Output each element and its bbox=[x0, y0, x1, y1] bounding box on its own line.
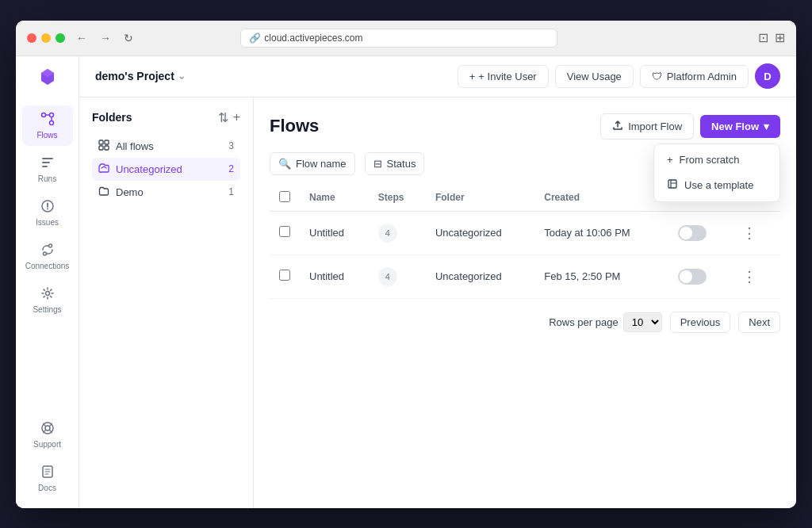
all-flows-icon bbox=[98, 140, 109, 153]
forward-button[interactable]: → bbox=[97, 30, 114, 46]
connections-label: Connections bbox=[25, 262, 70, 270]
row-1-more-button[interactable]: ⋮ bbox=[739, 221, 760, 245]
row-2-created: Feb 15, 2:50 PM bbox=[534, 254, 668, 298]
filter-icon: ⊟ bbox=[373, 158, 382, 170]
folder-item-uncategorized[interactable]: Uncategorized 2 bbox=[92, 158, 240, 181]
settings-icon bbox=[40, 286, 55, 303]
pagination: Rows per page 10 25 50 Previous Next bbox=[270, 312, 780, 333]
maximize-dot[interactable] bbox=[56, 33, 65, 43]
main-content: demo's Project ⌄ + + Invite User View Us… bbox=[79, 56, 796, 508]
view-usage-button[interactable]: View Usage bbox=[555, 65, 634, 88]
filter-status-button[interactable]: ⊟ Status bbox=[365, 152, 425, 175]
minimize-dot[interactable] bbox=[41, 33, 51, 43]
row-2-name: Untitled bbox=[300, 254, 369, 298]
connections-icon bbox=[40, 243, 55, 259]
svg-point-12 bbox=[43, 252, 46, 255]
row-1-toggle[interactable] bbox=[678, 225, 707, 241]
row-1-steps: 4 bbox=[378, 224, 397, 243]
folder-demo-label: Demo bbox=[116, 186, 144, 198]
row-1-created: Today at 10:06 PM bbox=[534, 211, 668, 254]
folder-all-count: 3 bbox=[228, 140, 234, 151]
project-chevron-icon: ⌄ bbox=[178, 71, 186, 82]
folders-panel: Folders ⇅ + bbox=[79, 98, 254, 508]
use-template-item[interactable]: Use a template bbox=[657, 172, 776, 198]
svg-point-0 bbox=[41, 113, 45, 117]
previous-button[interactable]: Previous bbox=[670, 312, 731, 333]
col-steps: Steps bbox=[369, 185, 426, 212]
back-button[interactable]: ← bbox=[73, 30, 90, 46]
invite-user-button[interactable]: + + Invite User bbox=[458, 65, 549, 88]
row-1-folder: Uncategorized bbox=[426, 211, 534, 254]
sidebar: Flows Runs bbox=[16, 56, 79, 508]
row-2-folder: Uncategorized bbox=[426, 254, 534, 298]
table-body: Untitled 4 Uncategorized Today at 10:06 … bbox=[270, 211, 780, 298]
project-name: demo's Project ⌄ bbox=[95, 70, 186, 82]
sidebar-bottom: Support Docs bbox=[22, 415, 73, 499]
col-folder: Folder bbox=[426, 185, 534, 212]
chevron-down-icon: ▾ bbox=[764, 121, 769, 132]
svg-rect-6 bbox=[42, 162, 50, 163]
svg-point-2 bbox=[49, 121, 53, 124]
sidebar-item-issues[interactable]: Issues bbox=[22, 193, 73, 233]
uncategorized-icon bbox=[98, 163, 109, 176]
settings-label: Settings bbox=[33, 305, 61, 314]
search-icon: 🔍 bbox=[278, 158, 291, 170]
issues-label: Issues bbox=[36, 218, 59, 227]
col-created: Created bbox=[534, 185, 668, 212]
reload-button[interactable]: ↻ bbox=[121, 30, 136, 46]
plus-circle-icon: + bbox=[667, 154, 673, 166]
support-label: Support bbox=[33, 440, 61, 449]
svg-point-13 bbox=[45, 291, 49, 295]
table-row: Untitled 4 Uncategorized Today at 10:06 … bbox=[270, 211, 780, 254]
next-button[interactable]: Next bbox=[738, 312, 780, 333]
row-2-toggle[interactable] bbox=[678, 269, 707, 285]
upload-icon bbox=[612, 120, 623, 133]
add-folder-icon[interactable]: + bbox=[233, 110, 240, 125]
folder-item-demo[interactable]: Demo 1 bbox=[92, 181, 240, 204]
browser-dots bbox=[27, 33, 65, 43]
new-flow-dropdown: + From scratch bbox=[653, 143, 780, 202]
new-flow-button[interactable]: New Flow ▾ bbox=[700, 115, 780, 138]
folder-all-label: All flows bbox=[116, 140, 154, 152]
content-area: Folders ⇅ + bbox=[79, 98, 796, 508]
close-dot[interactable] bbox=[27, 33, 36, 43]
svg-point-10 bbox=[47, 208, 48, 209]
select-all-checkbox[interactable] bbox=[279, 191, 290, 202]
col-name: Name bbox=[300, 185, 369, 212]
browser-nav: ← → ↻ bbox=[73, 30, 136, 46]
filter-flow-name-button[interactable]: 🔍 Flow name bbox=[270, 152, 355, 175]
flows-label: Flows bbox=[36, 131, 57, 140]
from-scratch-item[interactable]: + From scratch bbox=[657, 147, 776, 172]
table-row: Untitled 4 Uncategorized Feb 15, 2:50 PM… bbox=[270, 254, 780, 298]
import-flow-button[interactable]: Import Flow bbox=[600, 113, 694, 140]
row-1-name: Untitled bbox=[300, 211, 369, 254]
plus-icon: + bbox=[469, 71, 476, 82]
svg-point-15 bbox=[45, 426, 50, 430]
flows-header-row: Flows Import Flow bbox=[270, 113, 780, 140]
sidebar-item-settings[interactable]: Settings bbox=[22, 280, 73, 320]
svg-rect-7 bbox=[42, 166, 48, 167]
page-title: Flows bbox=[270, 116, 319, 136]
flows-header-buttons: Import Flow New Flow ▾ + From scratch bbox=[600, 113, 780, 140]
address-bar[interactable]: 🔗 cloud.activepieces.com bbox=[240, 29, 557, 48]
svg-point-11 bbox=[48, 244, 52, 247]
platform-admin-button[interactable]: 🛡 Platform Admin bbox=[640, 65, 749, 88]
sidebar-item-runs[interactable]: Runs bbox=[22, 149, 73, 189]
runs-label: Runs bbox=[38, 174, 56, 183]
row-2-more-button[interactable]: ⋮ bbox=[739, 265, 760, 289]
sidebar-item-support[interactable]: Support bbox=[22, 415, 73, 455]
browser-chrome: ← → ↻ 🔗 cloud.activepieces.com ⊡ ⊞ bbox=[16, 21, 796, 56]
folder-item-all[interactable]: All flows 3 bbox=[92, 135, 240, 158]
svg-rect-25 bbox=[105, 140, 109, 144]
svg-rect-5 bbox=[42, 158, 53, 159]
sidebar-item-docs[interactable]: Docs bbox=[22, 458, 73, 499]
docs-label: Docs bbox=[38, 484, 56, 492]
sort-icon[interactable]: ⇅ bbox=[218, 110, 228, 125]
rows-per-page: Rows per page 10 25 50 bbox=[549, 312, 661, 332]
sidebar-item-flows[interactable]: Flows bbox=[22, 105, 73, 146]
sidebar-item-connections[interactable]: Connections bbox=[22, 236, 73, 277]
avatar[interactable]: D bbox=[755, 63, 780, 89]
row-1-checkbox[interactable] bbox=[279, 226, 290, 237]
rows-per-page-select[interactable]: 10 25 50 bbox=[623, 312, 662, 332]
row-2-checkbox[interactable] bbox=[279, 270, 290, 281]
